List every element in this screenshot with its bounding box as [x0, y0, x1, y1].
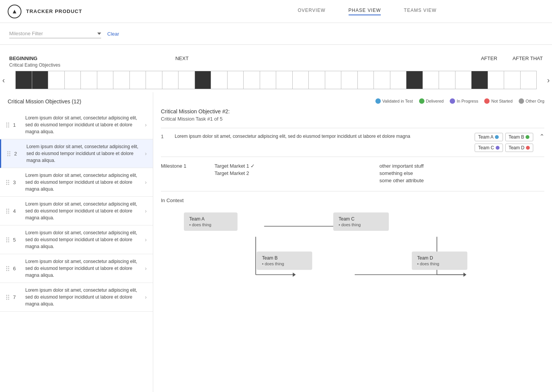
legend-item-in-progress: In Progress	[450, 98, 478, 104]
flow-box-team-a: Team A • does thing	[184, 212, 238, 231]
header: ▲ TRACKER PRODUCT OVERVIEW PHASE VIEW TE…	[0, 0, 552, 23]
item-text: Lorem ipsum dolor sit amet, consectetur …	[25, 172, 142, 193]
drag-handle[interactable]	[6, 122, 9, 127]
timeline-cell	[16, 71, 32, 89]
team-tag-team-c: Team C	[475, 144, 503, 152]
milestone-filter-label: Milestone Filter	[9, 31, 43, 36]
milestone-filter[interactable]: Milestone Filter	[9, 29, 101, 38]
objective-title: Critical Mission Objective #2:	[161, 108, 544, 114]
legend-label: Other Org	[526, 99, 544, 103]
timeline-cell	[48, 71, 65, 89]
list-item[interactable]: 3 Lorem ipsum dolor sit amet, consectetu…	[0, 168, 153, 197]
timeline-cell	[341, 71, 358, 89]
main-content: Critical Mission Objectives (12) 1 Lorem…	[0, 92, 552, 392]
svg-marker-2	[293, 273, 296, 277]
app-logo: ▲	[8, 5, 21, 18]
item-chevron-icon: ›	[145, 150, 147, 157]
left-panel: Critical Mission Objectives (12) 1 Lorem…	[0, 92, 153, 392]
drag-handle[interactable]	[6, 180, 9, 185]
timeline-cell	[97, 71, 114, 89]
timeline-cell	[472, 71, 488, 89]
timeline-next-button[interactable]: ›	[547, 76, 550, 85]
timeline-subtitle: Critical Eating Objectives	[0, 61, 552, 71]
nav-phase-view[interactable]: PHASE VIEW	[349, 8, 381, 15]
team-tag-label: Team B	[509, 134, 524, 140]
attribute-item: some other attribute	[380, 178, 545, 183]
milestone-attributes: other important stuffsomething elsesome …	[380, 163, 545, 185]
clear-filter-button[interactable]: Clear	[107, 31, 119, 37]
drag-handle[interactable]	[6, 237, 9, 242]
right-panel: Validated in TestDeliveredIn ProgressNot…	[153, 92, 552, 392]
item-chevron-icon: ›	[145, 294, 147, 300]
team-tag-team-d: Team D	[505, 144, 533, 152]
timeline-cell	[358, 71, 374, 89]
timeline-cell	[439, 71, 455, 89]
timeline-cell	[260, 71, 277, 89]
team-status-dot	[495, 135, 499, 139]
task-row: 1 Lorem ipsum dolor sit amet, consectetu…	[161, 128, 544, 157]
drag-handle[interactable]	[7, 151, 10, 156]
item-chevron-icon: ›	[145, 208, 147, 214]
context-section: In Context	[161, 191, 544, 300]
timeline-cell	[146, 71, 162, 89]
item-number: 6	[13, 266, 21, 271]
app-title: TRACKER PRODUCT	[26, 8, 82, 14]
legend-label: Not Started	[491, 99, 513, 103]
timeline-cell	[32, 71, 49, 89]
logo-icon: ▲	[11, 8, 18, 15]
timeline-cell	[162, 71, 179, 89]
collapse-button[interactable]: ⌃	[539, 133, 544, 140]
timeline-cell	[228, 71, 244, 89]
timeline-cell	[423, 71, 439, 89]
nav-teams-view[interactable]: TEAMS VIEW	[404, 8, 436, 15]
objective-list: 1 Lorem ipsum dolor sit amet, consectetu…	[0, 111, 153, 312]
list-item[interactable]: 2 Lorem ipsum dolor sit amet, consectetu…	[0, 139, 153, 168]
timeline-cell	[130, 71, 146, 89]
team-status-dot	[526, 135, 529, 139]
legend-item-delivered: Delivered	[419, 98, 444, 104]
timeline-cell	[390, 71, 407, 89]
item-text: Lorem ipsum dolor sit amet, consectetur …	[25, 114, 142, 135]
milestone-section: Milestone 1 Target Market 1 ✓Target Mark…	[161, 157, 544, 191]
main-nav: OVERVIEW PHASE VIEW TEAMS VIEW	[298, 8, 437, 15]
item-text: Lorem ipsum dolor sit amet, consectetur …	[25, 258, 142, 279]
timeline-cell	[406, 71, 423, 89]
flow-box-team-c: Team C • does thing	[333, 212, 389, 231]
timeline-cell	[293, 71, 309, 89]
list-item[interactable]: 7 Lorem ipsum dolor sit amet, consectetu…	[0, 283, 153, 312]
item-number: 1	[13, 122, 21, 128]
context-label: In Context	[161, 198, 544, 203]
timeline-cell	[65, 71, 81, 89]
team-tag-label: Team A	[478, 134, 493, 140]
drag-handle[interactable]	[6, 266, 9, 271]
timeline-cell	[179, 71, 195, 89]
flow-box-team-b: Team B • does thing	[257, 252, 312, 270]
team-tag-label: Team C	[478, 145, 494, 150]
flow-box-team-d: Team D • does thing	[412, 252, 467, 270]
team-tag-label: Team D	[509, 145, 524, 150]
timeline-cell	[374, 71, 390, 89]
timeline-cell	[504, 71, 521, 89]
timeline-cell	[113, 71, 130, 89]
legend-dot-delivered	[419, 98, 424, 104]
svg-marker-7	[464, 273, 467, 277]
list-item[interactable]: 6 Lorem ipsum dolor sit amet, consectetu…	[0, 254, 153, 283]
drag-handle[interactable]	[6, 209, 9, 214]
list-item[interactable]: 4 Lorem ipsum dolor sit amet, consectetu…	[0, 197, 153, 225]
list-item[interactable]: 5 Lorem ipsum dolor sit amet, consectetu…	[0, 225, 153, 254]
nav-overview[interactable]: OVERVIEW	[298, 8, 325, 15]
timeline-prev-button[interactable]: ‹	[2, 76, 5, 85]
milestone-label: Milestone 1	[161, 163, 215, 185]
left-panel-header: Critical Mission Objectives (12)	[0, 92, 153, 111]
item-number: 5	[13, 237, 21, 243]
drag-handle[interactable]	[6, 295, 9, 300]
legend-label: In Progress	[457, 99, 478, 103]
timeline-cell	[325, 71, 342, 89]
timeline-cell	[455, 71, 472, 89]
timeline-cell	[211, 71, 228, 89]
item-chevron-icon: ›	[145, 237, 147, 243]
legend-label: Delivered	[426, 99, 444, 103]
phase-after: AFTER	[481, 56, 497, 61]
list-item[interactable]: 1 Lorem ipsum dolor sit amet, consectetu…	[0, 111, 153, 139]
phase-labels: BEGINNING NEXT AFTER AFTER THAT	[0, 49, 552, 61]
